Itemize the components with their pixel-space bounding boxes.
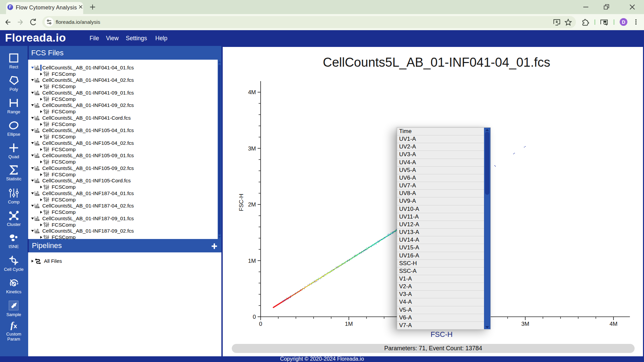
svg-text:1M: 1M (345, 321, 353, 327)
svg-text:D: D (622, 19, 625, 25)
svg-text:4M: 4M (248, 89, 256, 96)
svg-text:0: 0 (259, 321, 262, 327)
svg-text:0: 0 (253, 314, 256, 320)
svg-text:4M: 4M (609, 321, 618, 327)
svg-text:3M: 3M (521, 321, 529, 327)
svg-text:2M: 2M (248, 201, 256, 208)
svg-text:3M: 3M (248, 145, 256, 152)
svg-text:1M: 1M (248, 258, 256, 264)
svg-text:FSC-H: FSC-H (238, 194, 245, 211)
